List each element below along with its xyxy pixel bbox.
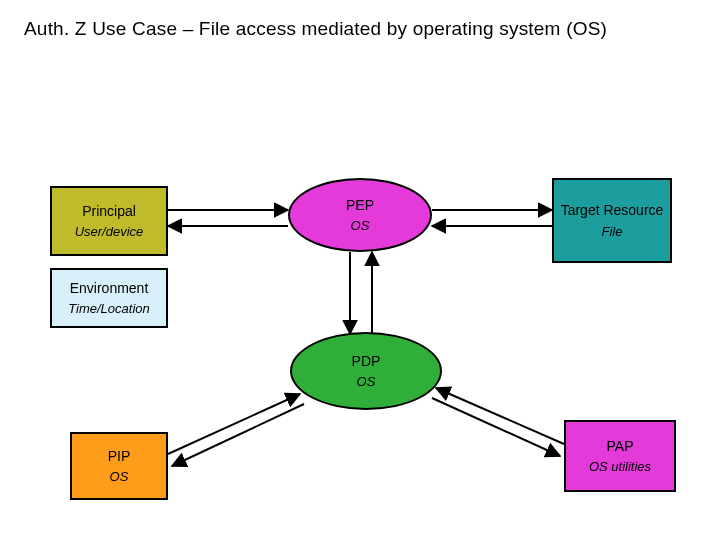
svg-line-6 — [168, 394, 300, 454]
pdp-label: PDP — [352, 353, 381, 371]
target-sublabel: File — [602, 224, 623, 239]
pip-label: PIP — [108, 448, 131, 466]
svg-line-8 — [436, 388, 564, 444]
pdp-node: PDP OS — [290, 332, 442, 410]
environment-node: Environment Time/Location — [50, 268, 168, 328]
pap-sublabel: OS utilities — [589, 459, 651, 474]
target-label: Target Resource — [561, 202, 664, 220]
svg-line-9 — [432, 398, 560, 456]
pdp-sublabel: OS — [357, 374, 376, 389]
svg-line-7 — [172, 404, 304, 466]
pep-node: PEP OS — [288, 178, 432, 252]
principal-sublabel: User/device — [75, 224, 144, 239]
pap-node: PAP OS utilities — [564, 420, 676, 492]
principal-node: Principal User/device — [50, 186, 168, 256]
pep-label: PEP — [346, 197, 374, 215]
page-title: Auth. Z Use Case – File access mediated … — [24, 18, 607, 40]
environment-sublabel: Time/Location — [68, 301, 150, 316]
target-resource-node: Target Resource File — [552, 178, 672, 263]
pip-sublabel: OS — [110, 469, 129, 484]
pap-label: PAP — [607, 438, 634, 456]
environment-label: Environment — [70, 280, 149, 298]
principal-label: Principal — [82, 203, 136, 221]
pip-node: PIP OS — [70, 432, 168, 500]
pep-sublabel: OS — [351, 218, 370, 233]
